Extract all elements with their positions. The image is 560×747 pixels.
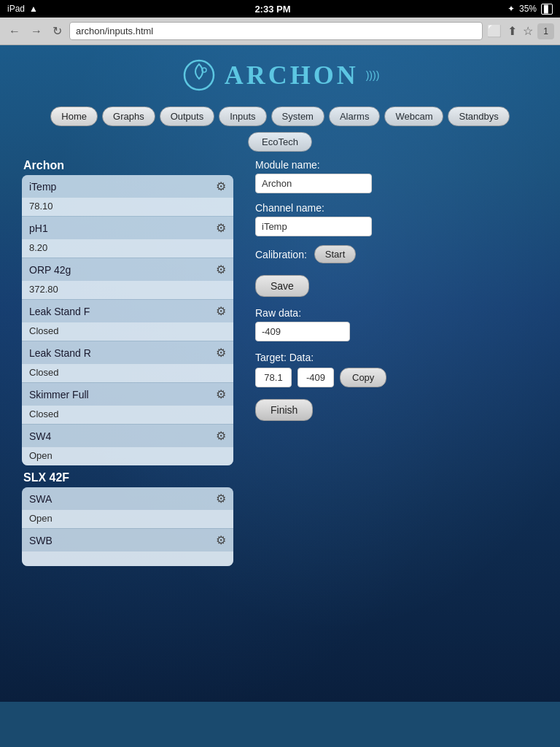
nav-system[interactable]: System	[271, 107, 324, 126]
sensor-leak-stand-f[interactable]: Leak Stand F ⚙ Closed	[22, 300, 233, 341]
main-navigation: Home Graphs Outputs Inputs System Alarms…	[0, 101, 560, 129]
sensor-swb[interactable]: SWB ⚙	[22, 529, 233, 566]
module-name-input[interactable]	[255, 174, 372, 193]
ocean-background: ARCHON )))) Home Graphs Outputs Inputs S…	[0, 45, 560, 702]
sensor-itemp-gear[interactable]: ⚙	[216, 179, 226, 193]
sensor-skimmer-full[interactable]: Skimmer Full ⚙ Closed	[22, 383, 233, 425]
slx-sensor-group: SWA ⚙ Open SWB ⚙	[22, 487, 233, 566]
sensor-orp-header: ORP 42g ⚙	[22, 258, 233, 281]
calibration-label: Calibration:	[255, 249, 307, 260]
start-button[interactable]: Start	[314, 245, 356, 263]
nav-webcam[interactable]: Webcam	[384, 107, 443, 126]
wifi-icon: ▲	[29, 4, 38, 14]
sensor-leak-stand-f-name: Leak Stand F	[29, 306, 90, 317]
share-icon[interactable]: ⬜	[487, 24, 502, 38]
nav-graphs[interactable]: Graphs	[102, 107, 155, 126]
sensor-skimmer-full-value: Closed	[22, 406, 233, 424]
calibration-row: Calibration: Start	[255, 245, 538, 263]
bluetooth-icon: ✦	[508, 4, 515, 14]
sensor-skimmer-full-name: Skimmer Full	[29, 389, 89, 400]
sensor-swa-name: SWA	[29, 493, 52, 505]
browser-chrome: ← → ↻ ⬜ ⬆ ☆ 1	[0, 18, 560, 45]
sensor-swb-gear[interactable]: ⚙	[216, 533, 226, 547]
sensor-leak-stand-r-value: Closed	[22, 364, 233, 382]
sensor-swa-gear[interactable]: ⚙	[216, 492, 226, 506]
archon-group-label: Archon	[23, 159, 233, 172]
refresh-button[interactable]: ↻	[50, 23, 65, 39]
browser-icons: ⬜ ⬆ ☆	[487, 24, 533, 38]
detail-panel: Module name: Channel name: Calibration: …	[255, 159, 538, 572]
status-right: ✦ 35% ▊	[508, 4, 553, 15]
data-value-box: -409	[298, 368, 334, 387]
upload-icon[interactable]: ⬆	[508, 24, 517, 38]
sensor-leak-stand-f-value: Closed	[22, 322, 233, 341]
sensor-ph1-name: pH1	[29, 222, 48, 234]
forward-button[interactable]: →	[28, 23, 45, 39]
rawdata-label: Raw data:	[255, 307, 538, 319]
time-label: 2:33 PM	[254, 4, 290, 15]
sensor-ph1[interactable]: pH1 ⚙ 8.20	[22, 217, 233, 258]
save-button[interactable]: Save	[255, 275, 309, 297]
nav-outputs[interactable]: Outputs	[160, 107, 215, 126]
nav-inputs[interactable]: Inputs	[219, 107, 266, 126]
save-row: Save	[255, 275, 538, 297]
nav-alarms[interactable]: Alarms	[329, 107, 380, 126]
sensor-leak-stand-f-header: Leak Stand F ⚙	[22, 300, 233, 322]
sensor-leak-stand-r-gear[interactable]: ⚙	[216, 346, 226, 360]
slx-group-label: SLX 42F	[23, 471, 233, 484]
finish-button[interactable]: Finish	[255, 399, 313, 421]
logo-wifi-icon: ))))	[366, 69, 380, 81]
sensor-swa[interactable]: SWA ⚙ Open	[22, 487, 233, 529]
sensor-orp-name: ORP 42g	[29, 264, 71, 276]
sensor-itemp-name: iTemp	[29, 181, 56, 193]
sensor-itemp[interactable]: iTemp ⚙ 78.10	[22, 175, 233, 217]
sensor-swb-header: SWB ⚙	[22, 529, 233, 551]
sensor-leak-stand-r-name: Leak Stand R	[29, 347, 91, 359]
sensor-panel: Archon iTemp ⚙ 78.10 pH1 ⚙ 8.20	[22, 159, 233, 572]
target-row: 78.1 -409 Copy	[255, 368, 538, 387]
back-button[interactable]: ←	[6, 23, 23, 39]
nav-ecotech[interactable]: EcoTech	[248, 132, 312, 152]
sensor-sw4-gear[interactable]: ⚙	[216, 429, 226, 443]
target-label: Target: Data:	[255, 352, 538, 363]
sensor-leak-stand-r[interactable]: Leak Stand R ⚙ Closed	[22, 341, 233, 383]
sensor-orp-value: 372.80	[22, 281, 233, 299]
finish-row: Finish	[255, 399, 538, 421]
sensor-orp-gear[interactable]: ⚙	[216, 263, 226, 276]
sensor-skimmer-full-gear[interactable]: ⚙	[216, 387, 226, 401]
channel-name-input[interactable]	[255, 217, 372, 236]
sensor-swa-value: Open	[22, 510, 233, 528]
sensor-itemp-value: 78.10	[22, 198, 233, 216]
sensor-orp[interactable]: ORP 42g ⚙ 372.80	[22, 258, 233, 300]
status-bar: iPad ▲ 2:33 PM ✦ 35% ▊	[0, 0, 560, 18]
logo-text: ARCHON	[225, 60, 359, 90]
address-bar[interactable]	[69, 22, 483, 40]
rawdata-input[interactable]	[255, 322, 350, 341]
sensor-ph1-header: pH1 ⚙	[22, 217, 233, 239]
browser-tab[interactable]: 1	[537, 23, 554, 39]
sensor-leak-stand-r-header: Leak Stand R ⚙	[22, 341, 233, 364]
secondary-navigation: EcoTech	[0, 129, 560, 159]
copy-button[interactable]: Copy	[340, 368, 386, 387]
sensor-swb-value	[22, 551, 233, 566]
channel-name-label: Channel name:	[255, 202, 538, 214]
logo-area: ARCHON ))))	[0, 45, 560, 101]
sensor-sw4-name: SW4	[29, 430, 51, 442]
bookmark-icon[interactable]: ☆	[523, 24, 533, 38]
logo-icon	[181, 57, 217, 93]
sensor-sw4-header: SW4 ⚙	[22, 425, 233, 447]
sensor-swa-header: SWA ⚙	[22, 487, 233, 510]
nav-standbys[interactable]: Standbys	[448, 107, 509, 126]
sensor-swb-name: SWB	[29, 535, 52, 546]
battery-label: 35%	[519, 4, 537, 14]
sensor-leak-stand-f-gear[interactable]: ⚙	[216, 304, 226, 318]
sensor-ph1-gear[interactable]: ⚙	[216, 221, 226, 235]
sensor-sw4[interactable]: SW4 ⚙ Open	[22, 425, 233, 465]
main-content: Archon iTemp ⚙ 78.10 pH1 ⚙ 8.20	[0, 159, 560, 572]
nav-home[interactable]: Home	[50, 107, 98, 126]
module-name-label: Module name:	[255, 159, 538, 171]
sensor-ph1-value: 8.20	[22, 239, 233, 258]
target-value-box: 78.1	[255, 368, 292, 387]
archon-sensor-group: iTemp ⚙ 78.10 pH1 ⚙ 8.20 ORP 42g ⚙	[22, 175, 233, 465]
sensor-sw4-value: Open	[22, 447, 233, 465]
